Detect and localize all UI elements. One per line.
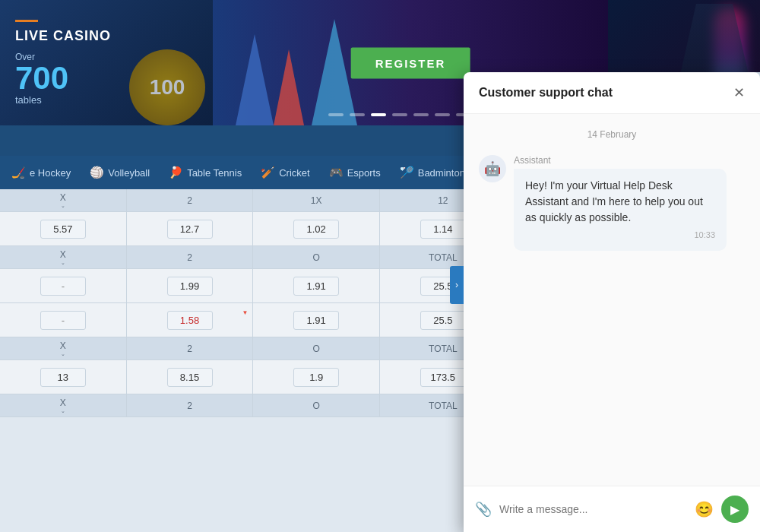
hockey-icon: 🏒 <box>11 166 26 179</box>
sport-label-cricket: Cricket <box>279 167 309 179</box>
col-header-x: X⌄ <box>0 189 127 212</box>
sport-item-tabletennis[interactable]: 🏓 Table Tennis <box>161 161 249 184</box>
odds-cell-r1c3[interactable]: 1.02 <box>253 212 380 245</box>
odds-cell-r2c3[interactable]: 1.91 <box>253 269 380 302</box>
odds-cell-r3c2[interactable]: 1.58 ▼ <box>127 303 254 337</box>
odds-cell-r1c1[interactable]: 5.57 <box>0 212 127 245</box>
badminton-icon: 🏸 <box>400 166 414 179</box>
chat-footer: 📎 😊 ▶ <box>464 486 760 532</box>
col4-header-o: O <box>253 394 380 417</box>
chat-date: 14 February <box>479 129 745 140</box>
col4-header-2: 2 <box>127 394 254 417</box>
chat-message-content: Assistant Hey! I'm your Virtual Help Des… <box>514 155 727 251</box>
chat-title: Customer support chat <box>479 86 613 100</box>
sport-item-volleyball[interactable]: 🏐 Volleyball <box>82 161 157 184</box>
col-header-2: 2 <box>127 189 254 212</box>
odds-cell-r2c1[interactable]: - <box>0 269 127 302</box>
cricket-icon: 🏏 <box>261 166 275 179</box>
sport-label-badminton: Badminton <box>418 167 465 179</box>
crystal-1 <box>236 34 274 125</box>
odds-cell-r2c2[interactable]: 1.99 <box>127 269 254 302</box>
col2-header-2: 2 <box>127 246 254 269</box>
esports-icon: 🎮 <box>329 166 344 179</box>
register-button-wrap: REGISTER <box>351 47 470 78</box>
col3-header-2: 2 <box>127 337 254 360</box>
sport-label-tabletennis: Table Tennis <box>187 167 242 179</box>
chat-header: Customer support chat ✕ <box>464 72 760 114</box>
volleyball-icon: 🏐 <box>90 166 104 179</box>
sport-label-esports: Esports <box>347 167 381 179</box>
odds-cell-r4c2[interactable]: 8.15 <box>127 360 254 394</box>
live-casino-label: LIVE CASINO <box>15 28 198 44</box>
sport-item-esports[interactable]: 🎮 Esports <box>321 161 388 184</box>
chat-input[interactable] <box>499 503 687 515</box>
sport-label-volleyball: Volleyball <box>108 167 150 179</box>
odds-cell-r3c3[interactable]: 1.91 <box>253 303 380 337</box>
col3-header-o: O <box>253 337 380 360</box>
col2-header-x: X⌄ <box>0 246 127 269</box>
odds-cell-r1c2[interactable]: 12.7 <box>127 212 254 245</box>
dot-5[interactable] <box>413 113 429 116</box>
coins-decoration: 100 <box>129 49 205 125</box>
assistant-avatar: 🤖 <box>479 155 506 182</box>
chat-message-group: 🤖 Assistant Hey! I'm your Virtual Help D… <box>479 155 745 251</box>
chat-body: 14 February 🤖 Assistant Hey! I'm your Vi… <box>464 114 760 486</box>
sport-label-hockey: e Hockey <box>30 167 71 179</box>
attach-icon[interactable]: 📎 <box>475 501 492 518</box>
sport-item-hockey[interactable]: 🏒 e Hockey <box>4 161 78 184</box>
odds-cell-r3c1[interactable]: - <box>0 303 127 337</box>
chat-overlay: Customer support chat ✕ 14 February 🤖 As… <box>464 72 760 532</box>
odds-cell-r4c3[interactable]: 1.9 <box>253 360 380 394</box>
chat-message-text: Hey! I'm your Virtual Help Desk Assistan… <box>525 179 703 223</box>
dot-3[interactable] <box>371 113 386 116</box>
chat-bubble: Hey! I'm your Virtual Help Desk Assistan… <box>514 169 727 251</box>
hero-accent-bar <box>15 20 38 22</box>
chat-close-button[interactable]: ✕ <box>733 86 745 100</box>
chat-message-time: 10:33 <box>525 229 715 242</box>
dot-6[interactable] <box>435 113 450 116</box>
dot-1[interactable] <box>328 113 344 116</box>
tabletennis-icon: 🏓 <box>169 166 183 179</box>
register-button[interactable]: REGISTER <box>351 47 470 78</box>
col3-header-x: X⌄ <box>0 337 127 360</box>
col-header-1x: 1X <box>253 189 380 212</box>
col2-header-o: O <box>253 246 380 269</box>
col4-header-x: X⌄ <box>0 394 127 417</box>
hero-left-panel: LIVE CASINO Over 700 tables 100 <box>0 0 213 125</box>
dot-4[interactable] <box>392 113 407 116</box>
send-icon: ▶ <box>730 502 739 517</box>
sidebar-expand-handle[interactable]: › <box>450 266 464 304</box>
dot-2[interactable] <box>350 113 365 116</box>
crystal-2 <box>274 49 304 125</box>
emoji-icon[interactable]: 😊 <box>695 500 714 518</box>
chat-sender-label: Assistant <box>514 155 727 166</box>
robot-icon: 🤖 <box>484 160 501 177</box>
odds-cell-r4c1[interactable]: 13 <box>0 360 127 394</box>
sport-item-badminton[interactable]: 🏸 Badminton <box>392 161 473 184</box>
chat-send-button[interactable]: ▶ <box>721 496 749 523</box>
sport-item-cricket[interactable]: 🏏 Cricket <box>253 161 317 184</box>
